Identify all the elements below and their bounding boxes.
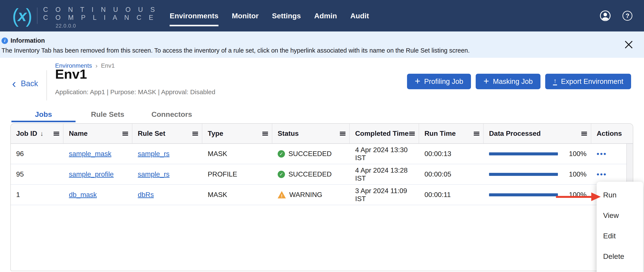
upload-icon: ↑ — [553, 78, 557, 85]
user-account-icon[interactable] — [600, 10, 611, 21]
version-label: 22.0.0.0 — [56, 23, 158, 29]
masking-job-button[interactable]: + Masking Job — [476, 74, 540, 89]
banner-message: The Inventory Tab has been removed from … — [2, 47, 644, 54]
tab-bar: Jobs Rule Sets Connectors — [12, 108, 204, 121]
warning-triangle-icon: ! — [278, 191, 286, 198]
information-banner: i Information The Inventory Tab has been… — [0, 32, 644, 58]
column-header-run-time[interactable]: Run Time — [419, 124, 484, 143]
cell-completed-time: 3 Apr 2024 11:09 IST — [350, 185, 419, 205]
job-name-link[interactable]: sample_profile — [69, 170, 114, 178]
column-menu-icon[interactable] — [409, 132, 415, 136]
page-title: Env1 — [55, 66, 87, 82]
cell-job-id: 95 — [11, 164, 64, 184]
progress-bar — [489, 173, 558, 176]
cell-job-id: 1 — [11, 185, 64, 205]
progress-percent: 100% — [569, 170, 586, 178]
cell-completed-time: 4 Apr 2024 13:28 IST — [350, 164, 419, 184]
rule-set-link[interactable]: dbRs — [138, 191, 154, 199]
banner-title: Information — [10, 37, 45, 44]
column-header-status[interactable]: Status — [272, 124, 350, 143]
success-check-icon: ✓ — [278, 150, 285, 158]
job-name-link[interactable]: sample_mask — [69, 150, 111, 158]
tab-rule-sets[interactable]: Rule Sets — [76, 108, 140, 121]
column-menu-icon[interactable] — [474, 132, 479, 136]
plus-icon: + — [415, 76, 420, 86]
cell-data-processed: 100% — [484, 185, 591, 205]
back-button[interactable]: ‹ Back — [12, 78, 38, 90]
sort-descending-icon[interactable]: ↓ — [40, 130, 44, 137]
app-root: ( x ) C O N T I N U O U S C O M P L I A … — [0, 0, 644, 272]
progress-percent: 100% — [569, 150, 586, 158]
cell-run-time: 00:00:11 — [419, 185, 484, 205]
menu-item-run[interactable]: Run — [597, 185, 643, 205]
rule-set-link[interactable]: sample_rs — [138, 150, 170, 158]
row-actions-context-menu: Run View Edit Delete — [597, 182, 643, 272]
column-menu-icon[interactable] — [340, 132, 346, 136]
cell-job-id: 96 — [11, 144, 64, 164]
column-menu-icon[interactable] — [192, 132, 198, 136]
environment-meta: Application: App1 | Purpose: MASK | Appr… — [55, 88, 215, 96]
cell-run-time: 00:00:05 — [419, 164, 484, 184]
chevron-right-icon: › — [95, 62, 98, 69]
tab-jobs[interactable]: Jobs — [12, 108, 76, 121]
cell-status: ! WARNING — [272, 185, 350, 205]
column-menu-icon[interactable] — [122, 132, 128, 136]
cell-completed-time: 4 Apr 2024 13:30 IST — [350, 144, 419, 164]
nav-item-audit[interactable]: Audit — [350, 0, 369, 32]
cell-data-processed: 100% — [484, 164, 591, 184]
menu-item-edit[interactable]: Edit — [597, 226, 643, 246]
table-row: 96 sample_mask sample_rs MASK ✓ SUCCEEDE… — [11, 144, 626, 164]
column-header-rule-set[interactable]: Rule Set — [132, 124, 202, 143]
cell-type: PROFILE — [202, 164, 272, 184]
table-row: 95 sample_profile sample_rs PROFILE ✓ SU… — [11, 164, 626, 185]
cell-run-time: 00:00:13 — [419, 144, 484, 164]
export-environment-button[interactable]: ↑ Export Environment — [545, 74, 631, 89]
column-menu-icon[interactable] — [262, 132, 268, 136]
menu-item-view[interactable]: View — [597, 205, 643, 226]
menu-item-delete[interactable]: Delete — [597, 246, 643, 266]
cell-status: ✓ SUCCEEDED — [272, 164, 350, 184]
column-menu-icon[interactable] — [54, 132, 59, 136]
nav-item-admin[interactable]: Admin — [314, 0, 337, 32]
profiling-job-button[interactable]: + Profiling Job — [407, 74, 471, 89]
table-header: Job ID ↓ Name Rule Set Type Status — [11, 124, 633, 144]
logo-divider — [37, 8, 38, 24]
column-header-completed-time[interactable]: Completed Time — [350, 124, 419, 143]
info-icon: i — [2, 38, 8, 44]
column-header-job-id[interactable]: Job ID ↓ — [11, 124, 64, 143]
nav-item-environments[interactable]: Environments — [170, 0, 218, 32]
page-actions: + Profiling Job + Masking Job ↑ Export E… — [407, 74, 631, 89]
product-name: C O N T I N U O U S C O M P L I A N C E … — [43, 3, 158, 29]
delphix-logo-icon: ( x ) — [12, 6, 32, 26]
cell-status: ✓ SUCCEEDED — [272, 144, 350, 164]
close-icon[interactable] — [624, 40, 634, 50]
cell-data-processed: 100% — [484, 144, 591, 164]
table-row: 1 db_mask dbRs MASK ! WARNING 3 Apr 2024… — [11, 185, 626, 205]
column-header-data-processed[interactable]: Data Processed — [484, 124, 591, 143]
progress-bar — [489, 193, 558, 196]
row-actions-menu-icon[interactable]: ••• — [597, 150, 607, 158]
column-header-actions: Actions — [591, 124, 633, 143]
chevron-left-icon: ‹ — [12, 78, 16, 90]
topbar-icons: ? — [600, 10, 644, 21]
job-name-link[interactable]: db_mask — [69, 191, 97, 199]
rule-set-link[interactable]: sample_rs — [138, 170, 170, 178]
progress-bar — [489, 152, 558, 155]
page-content: Environments › Env1 ‹ Back Env1 Applicat… — [0, 58, 644, 272]
main-nav: Environments Monitor Settings Admin Audi… — [170, 0, 369, 32]
cell-type: MASK — [202, 144, 272, 164]
app-logo: ( x ) C O N T I N U O U S C O M P L I A … — [0, 0, 158, 32]
title-divider — [46, 70, 47, 100]
cell-type: MASK — [202, 185, 272, 205]
nav-item-monitor[interactable]: Monitor — [232, 0, 259, 32]
row-actions-menu-icon[interactable]: ••• — [597, 170, 607, 178]
top-navigation-bar: ( x ) C O N T I N U O U S C O M P L I A … — [0, 0, 644, 32]
tab-connectors[interactable]: Connectors — [140, 108, 204, 121]
column-header-type[interactable]: Type — [202, 124, 272, 143]
nav-item-settings[interactable]: Settings — [272, 0, 301, 32]
help-icon[interactable]: ? — [622, 11, 632, 21]
column-menu-icon[interactable] — [581, 132, 587, 136]
table-body: 96 sample_mask sample_rs MASK ✓ SUCCEEDE… — [11, 144, 633, 271]
breadcrumb-current: Env1 — [101, 62, 115, 69]
column-header-name[interactable]: Name — [64, 124, 132, 143]
